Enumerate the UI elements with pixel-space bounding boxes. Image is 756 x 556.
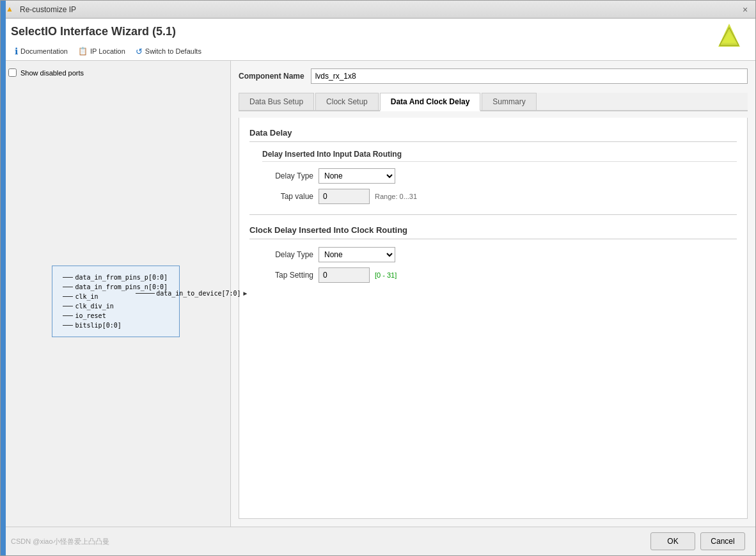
main-window: ▲ Re-customize IP × SelectIO Interface W… bbox=[0, 0, 756, 556]
tabs-bar: Data Bus Setup Clock Setup Data And Cloc… bbox=[239, 93, 748, 111]
data-delay-type-row: Delay Type None Fixed Variable bbox=[262, 168, 737, 184]
switch-defaults-label: Switch to Defaults bbox=[145, 47, 201, 55]
left-sidebar: Show disabled ports data_in_from_pins_p[… bbox=[1, 61, 231, 527]
show-disabled-checkbox[interactable] bbox=[8, 68, 17, 77]
port-row: clk_div_in bbox=[63, 303, 169, 310]
data-delay-type-select[interactable]: None Fixed Variable bbox=[319, 168, 395, 184]
switch-defaults-button[interactable]: ↺ Switch to Defaults bbox=[132, 45, 205, 58]
clock-delay-type-select[interactable]: None Fixed Variable bbox=[319, 247, 395, 262]
port-label: clk_div_in bbox=[75, 303, 114, 310]
show-disabled-row: Show disabled ports bbox=[8, 68, 223, 77]
port-row: bitslip[0:0] bbox=[63, 322, 169, 329]
documentation-label: Documentation bbox=[20, 47, 68, 55]
show-disabled-label: Show disabled ports bbox=[20, 69, 84, 77]
documentation-button[interactable]: ℹ Documentation bbox=[11, 45, 72, 58]
port-label: bitslip[0:0] bbox=[75, 322, 122, 329]
output-arrow: ► bbox=[242, 290, 249, 297]
port-dash bbox=[63, 277, 73, 278]
data-delay-content: Delay Inserted Into Input Data Routing D… bbox=[249, 150, 737, 204]
section-divider bbox=[249, 214, 737, 215]
cancel-button[interactable]: Cancel bbox=[700, 532, 745, 550]
component-name-row: Component Name bbox=[239, 68, 748, 84]
wizard-title-text: SelectIO Interface Wizard (5.1) bbox=[11, 25, 176, 38]
port-label: clk_in bbox=[75, 293, 98, 300]
data-tap-value-label: Tap value bbox=[262, 192, 313, 201]
title-bar: ▲ Re-customize IP × bbox=[1, 1, 755, 19]
clock-delay-type-label: Delay Type bbox=[262, 250, 313, 259]
clock-delay-header: Clock Delay Inserted Into Clock Routing bbox=[249, 225, 737, 239]
app-icon: ▲ bbox=[6, 4, 16, 15]
toolbar: ℹ Documentation 📋 IP Location ↺ Switch t… bbox=[1, 42, 755, 61]
clock-delay-type-row: Delay Type None Fixed Variable bbox=[262, 247, 737, 262]
refresh-icon: ↺ bbox=[136, 47, 143, 56]
app-logo bbox=[716, 22, 743, 49]
schematic-area: data_in_from_pins_p[0:0] data_in_from_pi… bbox=[8, 83, 223, 519]
bottom-bar: CSDN @xiao小怪兽爱上凸凸曼 OK Cancel bbox=[1, 527, 755, 555]
schematic-box: data_in_from_pins_p[0:0] data_in_from_pi… bbox=[52, 266, 180, 337]
port-dash bbox=[63, 287, 73, 287]
clock-tap-setting-row: Tap Setting [0 - 31] bbox=[262, 267, 737, 283]
port-row: io_reset bbox=[63, 312, 169, 319]
data-routing-subheader: Delay Inserted Into Input Data Routing bbox=[262, 150, 737, 162]
wizard-title-bar: SelectIO Interface Wizard (5.1) bbox=[1, 19, 755, 42]
clock-tap-setting-input[interactable] bbox=[319, 267, 370, 283]
data-delay-type-label: Delay Type bbox=[262, 171, 313, 180]
ok-button[interactable]: OK bbox=[650, 532, 695, 550]
tab-summary[interactable]: Summary bbox=[482, 93, 536, 110]
component-name-input[interactable] bbox=[311, 68, 748, 84]
output-port-row: data_in_to_device[7:0] ► bbox=[136, 290, 248, 297]
component-name-label: Component Name bbox=[239, 72, 304, 81]
location-icon: 📋 bbox=[78, 47, 88, 56]
port-label: data_in_from_pins_p[0:0] bbox=[75, 274, 168, 281]
port-dash bbox=[63, 325, 73, 326]
clock-tap-setting-label: Tap Setting bbox=[262, 271, 313, 280]
schematic-ports: data_in_from_pins_p[0:0] data_in_from_pi… bbox=[63, 274, 169, 329]
window-title: Re-customize IP bbox=[20, 5, 76, 14]
right-panel: Component Name Data Bus Setup Clock Setu… bbox=[231, 61, 755, 527]
port-label: io_reset bbox=[75, 312, 106, 319]
clock-delay-content: Delay Type None Fixed Variable Tap Setti… bbox=[249, 247, 737, 283]
output-port-label: data_in_to_device[7:0] bbox=[156, 290, 240, 297]
close-button[interactable]: × bbox=[740, 4, 750, 15]
port-row: data_in_from_pins_p[0:0] bbox=[63, 274, 169, 281]
ip-location-button[interactable]: 📋 IP Location bbox=[74, 45, 129, 57]
data-tap-value-input[interactable] bbox=[319, 189, 370, 204]
clock-tap-range-hint: [0 - 31] bbox=[375, 271, 397, 279]
output-wire bbox=[136, 293, 155, 294]
info-icon: ℹ bbox=[15, 46, 18, 56]
tab-data-clock-delay[interactable]: Data And Clock Delay bbox=[380, 93, 481, 111]
main-content: Show disabled ports data_in_from_pins_p[… bbox=[1, 61, 755, 527]
tab-data-bus-setup[interactable]: Data Bus Setup bbox=[239, 93, 314, 110]
watermark: CSDN @xiao小怪兽爱上凸凸曼 bbox=[11, 537, 109, 546]
tab-content: Data Delay Delay Inserted Into Input Dat… bbox=[239, 118, 748, 519]
data-tap-range-hint: Range: 0...31 bbox=[375, 193, 417, 200]
port-dash bbox=[63, 306, 73, 306]
port-dash bbox=[63, 315, 73, 316]
ip-location-label: IP Location bbox=[90, 47, 125, 55]
data-tap-value-row: Tap value Range: 0...31 bbox=[262, 189, 737, 204]
left-accent bbox=[1, 1, 6, 555]
data-delay-header: Data Delay bbox=[249, 128, 737, 142]
port-dash bbox=[63, 296, 73, 297]
tab-clock-setup[interactable]: Clock Setup bbox=[315, 93, 379, 110]
